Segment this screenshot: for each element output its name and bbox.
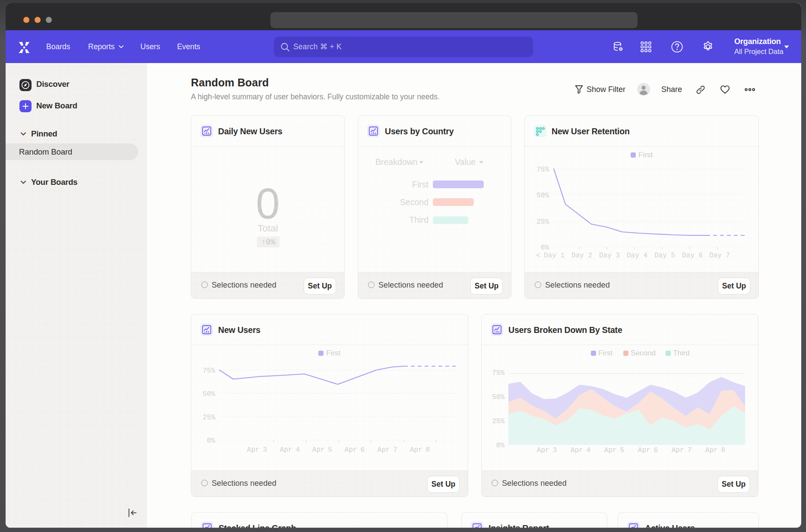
svg-text:Day 4: Day 4 bbox=[627, 252, 647, 260]
svg-text:Apr 4: Apr 4 bbox=[571, 446, 590, 454]
svg-text:25%: 25% bbox=[203, 414, 215, 421]
svg-text:Apr 6: Apr 6 bbox=[345, 446, 365, 454]
svg-text:First: First bbox=[326, 349, 340, 357]
svg-text:Apr 7: Apr 7 bbox=[672, 446, 692, 454]
svg-text:Day 7: Day 7 bbox=[709, 252, 730, 260]
svg-text:Apr 7: Apr 7 bbox=[378, 446, 397, 454]
svg-text:Apr 3: Apr 3 bbox=[537, 446, 557, 454]
svg-text:0%: 0% bbox=[207, 437, 216, 445]
svg-text:Second: Second bbox=[631, 349, 656, 357]
svg-text:Apr 5: Apr 5 bbox=[604, 446, 624, 454]
svg-text:50%: 50% bbox=[536, 192, 549, 200]
svg-text:50%: 50% bbox=[203, 390, 215, 398]
svg-text:Day 5: Day 5 bbox=[654, 252, 675, 260]
svg-text:Apr 6: Apr 6 bbox=[638, 446, 658, 454]
svg-text:Apr 8: Apr 8 bbox=[705, 446, 725, 454]
svg-text:Apr 8: Apr 8 bbox=[410, 446, 430, 454]
svg-text:Day 1: Day 1 bbox=[544, 252, 565, 260]
svg-text:Apr 5: Apr 5 bbox=[312, 446, 332, 454]
svg-text:Third: Third bbox=[673, 349, 690, 357]
svg-text:75%: 75% bbox=[492, 369, 505, 377]
svg-text:0%: 0% bbox=[541, 244, 549, 252]
svg-text:Day 6: Day 6 bbox=[682, 252, 703, 260]
svg-text:First: First bbox=[598, 349, 612, 357]
svg-text:50%: 50% bbox=[492, 393, 505, 401]
svg-text:Day 2: Day 2 bbox=[571, 252, 592, 260]
svg-text:First: First bbox=[638, 151, 653, 159]
svg-text:25%: 25% bbox=[536, 218, 549, 226]
svg-text:75%: 75% bbox=[536, 166, 549, 174]
svg-text:<: < bbox=[536, 252, 540, 260]
svg-text:0%: 0% bbox=[496, 442, 505, 450]
svg-text:Day 3: Day 3 bbox=[599, 252, 620, 260]
svg-text:75%: 75% bbox=[203, 367, 215, 375]
svg-text:Apr 3: Apr 3 bbox=[247, 446, 267, 454]
svg-text:25%: 25% bbox=[492, 418, 505, 425]
svg-text:Apr 4: Apr 4 bbox=[280, 446, 300, 454]
